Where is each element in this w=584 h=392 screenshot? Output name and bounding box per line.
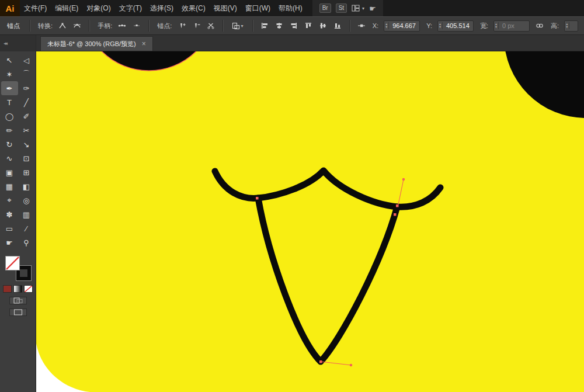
mesh-tool-icon: ▦ [6, 182, 13, 191]
blend-tool[interactable]: ◎ [18, 193, 35, 207]
x-coordinate-field[interactable]: ▴▾ 964.667 [384, 20, 420, 32]
magic-wand-tool[interactable]: ✶ [1, 67, 18, 81]
align-left-button[interactable] [259, 20, 270, 32]
perspective-grid-tool[interactable]: ⊞ [18, 165, 35, 179]
bridge-button[interactable]: Br [319, 4, 331, 13]
lasso-tool[interactable]: ⌒ [18, 67, 35, 81]
scale-tool-icon: ↘ [23, 140, 30, 149]
curvature-tool[interactable]: ✑ [18, 81, 35, 95]
hand-tool-icon: ☛ [6, 238, 13, 247]
pen-tool-icon: ✒ [6, 84, 13, 93]
remove-anchor-button[interactable] [190, 20, 202, 32]
lasso-tool-icon: ⌒ [23, 69, 30, 79]
direct-selection-tool[interactable]: ◁ [18, 53, 35, 67]
anchor-point-display-button[interactable] [356, 20, 367, 32]
free-transform-tool-icon: ⊡ [23, 154, 30, 163]
chevron-down-icon: ▾ [241, 23, 243, 29]
mesh-tool[interactable]: ▦ [1, 179, 18, 193]
scale-tool[interactable]: ↘ [18, 137, 35, 151]
perspective-grid-tool-icon: ⊞ [23, 168, 30, 177]
canvas[interactable] [36, 51, 584, 392]
handle-endpoint[interactable] [402, 178, 405, 181]
color-button[interactable] [3, 285, 12, 293]
scissors-tool[interactable]: ✂ [18, 123, 35, 137]
menu-edit[interactable]: 编辑(E) [51, 0, 82, 16]
paintbrush-tool[interactable]: ✐ [18, 109, 35, 123]
pen-tool[interactable]: ✒ [1, 81, 18, 95]
handle-endpoint[interactable] [350, 364, 352, 366]
align-top-button[interactable] [303, 20, 314, 32]
spinner-arrows[interactable]: ▴▾ [384, 22, 389, 29]
touch-workspace-icon[interactable]: ☛ [369, 4, 376, 13]
menu-help[interactable]: 帮助(H) [274, 0, 307, 16]
cut-path-button[interactable] [205, 20, 217, 32]
align-vertical-center-icon [319, 22, 326, 29]
show-handles-button[interactable] [116, 20, 128, 32]
shape-builder-tool[interactable]: ▣ [1, 165, 18, 179]
menu-bar: Ai 文件(F) 编辑(E) 对象(O) 文字(T) 选择(S) 效果(C) 视… [0, 0, 584, 16]
slice-tool[interactable]: ∕ [18, 221, 35, 235]
menu-view[interactable]: 视图(V) [210, 0, 241, 16]
gradient-button[interactable] [13, 285, 22, 293]
spinner-arrows[interactable]: ▴▾ [438, 22, 443, 29]
align-horizontal-center-button[interactable] [273, 20, 285, 32]
eyedropper-tool[interactable]: ⌖ [1, 193, 18, 207]
height-label: 高: [551, 22, 559, 30]
add-anchor-button[interactable] [176, 20, 187, 32]
gradient-tool[interactable]: ◧ [18, 179, 35, 193]
stock-button[interactable]: St [336, 4, 347, 13]
ellipse-tool[interactable]: ◯ [1, 109, 18, 123]
none-button[interactable] [24, 285, 33, 293]
height-field[interactable]: ▴▾ [564, 20, 578, 32]
width-tool[interactable]: ∿ [1, 151, 18, 165]
convert-to-smooth-button[interactable] [71, 20, 83, 32]
line-segment-tool[interactable]: ╱ [18, 95, 35, 109]
menu-effect[interactable]: 效果(C) [178, 0, 210, 16]
menu-select[interactable]: 选择(S) [146, 0, 178, 16]
screen-mode-button[interactable] [9, 308, 27, 316]
zoom-tool[interactable]: ⚲ [18, 235, 35, 249]
hand-tool[interactable]: ☛ [1, 235, 18, 249]
menu-file[interactable]: 文件(F) [20, 0, 51, 16]
yellow-head-shape[interactable] [36, 51, 584, 392]
close-icon[interactable]: × [142, 40, 146, 48]
symbol-sprayer-tool[interactable]: ✽ [1, 207, 18, 221]
x-value[interactable]: 964.667 [389, 22, 419, 29]
rotate-tool[interactable]: ↻ [1, 137, 18, 151]
convert-to-corner-button[interactable] [57, 20, 68, 32]
anchor-point[interactable] [396, 204, 399, 207]
align-bottom-icon [334, 22, 341, 29]
constrain-proportions-button[interactable] [534, 20, 545, 32]
align-bottom-button[interactable] [332, 20, 343, 32]
drawing-mode-button[interactable] [9, 297, 27, 304]
divider [252, 20, 253, 32]
anchor-point[interactable] [394, 213, 397, 216]
spinner-arrows[interactable]: ▴▾ [565, 22, 569, 29]
align-right-button[interactable] [288, 20, 300, 32]
anchor-mode-label: 锚点 [7, 22, 20, 30]
pencil-tool[interactable]: ✏ [1, 123, 18, 137]
hide-handles-button[interactable] [131, 20, 142, 32]
y-coordinate-field[interactable]: ▴▾ 405.514 [437, 20, 474, 32]
selection-tool[interactable]: ↖ [1, 53, 18, 67]
toolbar-collapse-button[interactable]: ◂◂ [0, 35, 36, 51]
artboard-tool[interactable]: ▭ [1, 221, 18, 235]
align-to-dropdown[interactable]: ▾ [229, 20, 246, 32]
menu-object[interactable]: 对象(O) [82, 0, 114, 16]
fill-swatch[interactable] [5, 256, 20, 270]
free-transform-tool[interactable]: ⊡ [18, 151, 35, 165]
column-graph-tool[interactable]: ▥ [18, 207, 35, 221]
document-tab[interactable]: 未标题-6* @ 300% (RGB/预览) × [40, 36, 153, 51]
type-tool[interactable]: T [1, 95, 18, 109]
draw-normal-icon [13, 297, 23, 304]
type-tool-icon: T [7, 98, 12, 107]
y-value[interactable]: 405.514 [443, 22, 473, 29]
anchor-point[interactable] [319, 360, 322, 363]
divider [148, 20, 149, 32]
anchor-point[interactable] [256, 197, 259, 200]
workspace-switcher[interactable]: ▾ [352, 5, 364, 12]
menu-type[interactable]: 文字(T) [115, 0, 146, 16]
width-tool-icon: ∿ [6, 154, 13, 163]
menu-window[interactable]: 窗口(W) [241, 0, 274, 16]
align-vertical-center-button[interactable] [317, 20, 329, 32]
